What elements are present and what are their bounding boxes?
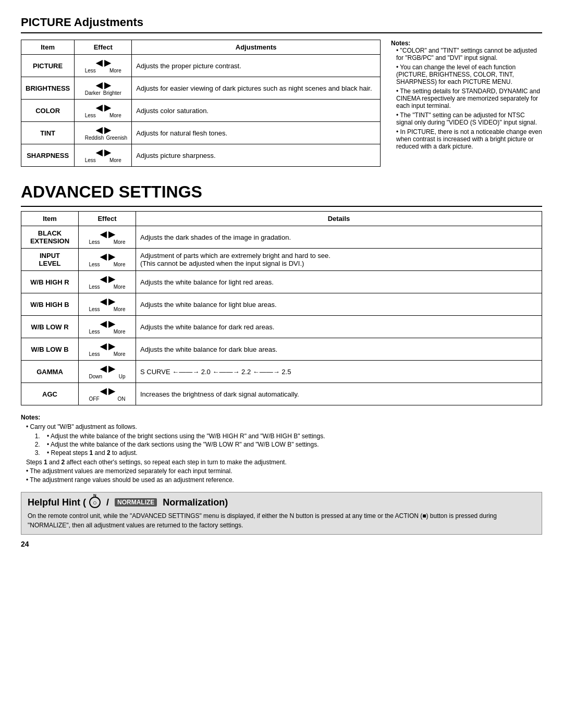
right-arrow-icon: ▶ <box>104 80 111 90</box>
picture-notes: Notes: "COLOR" and "TINT" settings canno… <box>391 40 542 167</box>
adv-effect-3: ◀▶LessMore <box>79 293 136 316</box>
picture-table-row: TINT◀▶ReddishGreenishAdjusts for natural… <box>21 122 381 144</box>
adv-effect-2: ◀▶LessMore <box>79 271 136 293</box>
advanced-table-row: W/B LOW R◀▶LessMoreAdjusts the white bal… <box>21 316 542 338</box>
adv-step-1: Adjust the white balance of the bright s… <box>42 433 542 440</box>
picture-table-row: PICTURE◀▶LessMoreAdjusts the proper pict… <box>21 55 381 77</box>
picture-header-adj: Adjustments <box>132 40 381 55</box>
picture-notes-title: Notes: <box>391 40 542 47</box>
left-arrow-icon: ◀ <box>100 386 106 396</box>
left-arrow-icon: ◀ <box>100 364 106 374</box>
right-label: More <box>109 68 121 73</box>
left-arrow-icon: ◀ <box>100 297 106 306</box>
left-label: Less <box>89 262 100 267</box>
right-arrow-icon: ▶ <box>104 58 111 68</box>
right-arrow-icon: ▶ <box>108 229 115 239</box>
picture-note-3: The "TINT" setting can be adjusted for N… <box>391 112 542 126</box>
picture-item-3: TINT <box>21 122 75 144</box>
left-label: Less <box>89 284 100 290</box>
right-label: More <box>114 306 126 312</box>
right-label: More <box>114 239 126 245</box>
advanced-table: Item Effect Details BLACK EXTENSION◀▶Les… <box>21 211 542 405</box>
picture-header-effect: Effect <box>75 40 132 55</box>
right-arrow-icon: ▶ <box>108 297 115 306</box>
advanced-section: ADVANCED SETTINGS Item Effect Details BL… <box>21 182 542 535</box>
helpful-hint-title: Helpful Hint ( N ○ / NORMALIZE Normaliza… <box>28 497 535 508</box>
adv-desc-1: Adjustment of parts which are extremely … <box>136 249 542 271</box>
advanced-table-row: BLACK EXTENSION◀▶LessMoreAdjusts the dar… <box>21 226 542 249</box>
picture-item-4: SHARPNESS <box>21 144 75 167</box>
left-label: Less <box>85 157 96 163</box>
right-arrow-icon: ▶ <box>104 147 111 157</box>
advanced-notes: Notes: Carry out "W/B" adjustment as fol… <box>21 414 542 484</box>
left-arrow-icon: ◀ <box>100 229 106 239</box>
picture-section: PICTURE Adjustments Item Effect Adjustme… <box>21 16 542 167</box>
advanced-table-row: W/B HIGH B◀▶LessMoreAdjusts the white ba… <box>21 293 542 316</box>
adv-desc-0: Adjusts the dark shades of the image in … <box>136 226 542 249</box>
left-label: Less <box>89 306 100 312</box>
picture-table-row: BRIGHTNESS◀▶DarkerBrighterAdjusts for ea… <box>21 77 381 100</box>
right-label: More <box>109 157 121 163</box>
helpful-hint-box: Helpful Hint ( N ○ / NORMALIZE Normaliza… <box>21 492 542 535</box>
left-label: Darker <box>85 90 101 96</box>
left-label: OFF <box>89 396 100 402</box>
advanced-table-row: GAMMA◀▶DownUpS CURVE ←——→ 2.0 ←——→ 2.2 ←… <box>21 361 542 383</box>
left-arrow-icon: ◀ <box>100 341 106 351</box>
right-label: More <box>109 113 121 118</box>
adv-desc-4: Adjusts the white balance for dark red a… <box>136 316 542 338</box>
picture-effect-4: ◀▶LessMore <box>75 144 132 167</box>
left-arrow-icon: ◀ <box>96 147 102 157</box>
adv-effect-4: ◀▶LessMore <box>79 316 136 338</box>
left-label: Less <box>89 329 100 335</box>
adv-note-extra2: The adjustment range values should be us… <box>21 476 542 484</box>
picture-item-2: COLOR <box>21 100 75 122</box>
adv-effect-6: ◀▶DownUp <box>79 361 136 383</box>
adv-item-6: GAMMA <box>21 361 79 383</box>
picture-desc-2: Adjusts color saturation. <box>132 100 381 122</box>
right-label: Up <box>119 374 126 379</box>
picture-table-wrap: Item Effect Adjustments PICTURE◀▶LessMor… <box>21 40 381 167</box>
adv-item-0: BLACK EXTENSION <box>21 226 79 249</box>
adv-header-item: Item <box>21 212 79 226</box>
picture-header-item: Item <box>21 40 75 55</box>
advanced-table-row: AGC◀▶OFFONIncreases the brightness of da… <box>21 383 542 405</box>
helpful-hint-end: Normalization) <box>160 497 228 508</box>
adv-effect-1: ◀▶LessMore <box>79 249 136 271</box>
adv-step-3: Repeat steps 1 and 2 to adjust. <box>42 449 542 456</box>
picture-effect-2: ◀▶LessMore <box>75 100 132 122</box>
picture-note-2: The setting details for STANDARD, DYNAMI… <box>391 88 542 109</box>
picture-table-row: COLOR◀▶LessMoreAdjusts color saturation. <box>21 100 381 122</box>
picture-item-1: BRIGHTNESS <box>21 77 75 100</box>
adv-effect-7: ◀▶OFFON <box>79 383 136 405</box>
advanced-table-row: W/B LOW B◀▶LessMoreAdjusts the white bal… <box>21 338 542 361</box>
right-arrow-icon: ▶ <box>108 386 115 396</box>
right-label: More <box>114 262 126 267</box>
advanced-table-wrap: Item Effect Details BLACK EXTENSION◀▶Les… <box>21 211 542 405</box>
picture-desc-0: Adjusts the proper picture contrast. <box>132 55 381 77</box>
adv-header-effect: Effect <box>79 212 136 226</box>
left-label: Down <box>89 374 103 379</box>
picture-note-0: "COLOR" and "TINT" settings cannot be ad… <box>391 47 542 61</box>
adv-steps-list: Adjust the white balance of the bright s… <box>26 433 542 456</box>
adv-item-1: INPUT LEVEL <box>21 249 79 271</box>
adv-note-steps-suffix: Steps 1 and 2 affect each other's settin… <box>26 459 542 466</box>
right-arrow-icon: ▶ <box>104 103 111 113</box>
left-label: Less <box>85 68 96 73</box>
adv-step-2: Adjust the white balance of the dark sec… <box>42 441 542 448</box>
adv-item-4: W/B LOW R <box>21 316 79 338</box>
left-label: Reddish <box>85 135 104 141</box>
adv-desc-3: Adjusts the white balance for light blue… <box>136 293 542 316</box>
helpful-hint-body: On the remote control unit, while the "A… <box>28 511 535 530</box>
left-arrow-icon: ◀ <box>96 80 102 90</box>
left-arrow-icon: ◀ <box>96 58 102 68</box>
adv-effect-0: ◀▶LessMore <box>79 226 136 249</box>
adv-notes-title: Notes: <box>21 414 542 421</box>
right-arrow-icon: ▶ <box>108 341 115 351</box>
right-label: ON <box>118 396 126 402</box>
adv-desc-6: S CURVE ←——→ 2.0 ←——→ 2.2 ←——→ 2.5 <box>136 361 542 383</box>
left-arrow-icon: ◀ <box>96 103 102 113</box>
adv-effect-5: ◀▶LessMore <box>79 338 136 361</box>
page-number: 24 <box>21 540 542 548</box>
picture-notes-list: "COLOR" and "TINT" settings cannot be ad… <box>391 47 542 150</box>
picture-desc-3: Adjusts for natural flesh tones. <box>132 122 381 144</box>
